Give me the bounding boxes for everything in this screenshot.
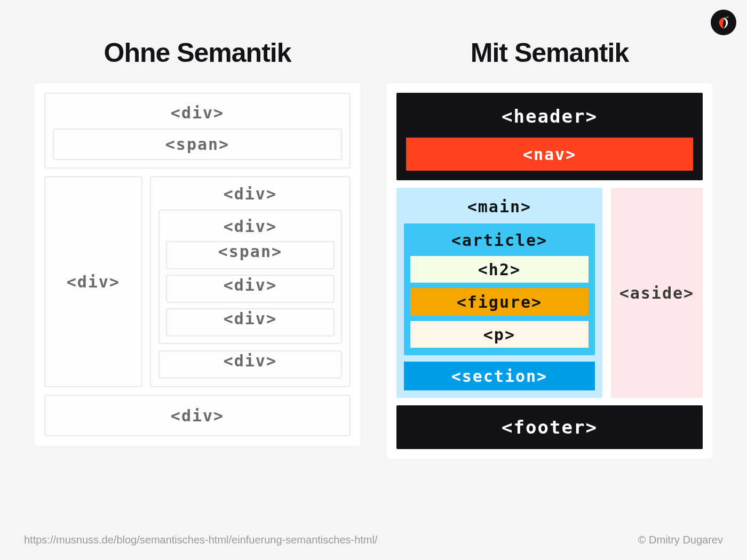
tag-p: <p> (410, 321, 589, 348)
box-p: <p> (410, 321, 589, 348)
column-title-right: Mit Semantik (471, 37, 629, 68)
box-main: <main> <article> <h2> <figure> <p> <sect… (396, 188, 602, 398)
box-article-div: <div> <span> <div> <div> (158, 210, 342, 344)
tag-article: <article> (410, 230, 589, 251)
box-item-div: <div> (166, 308, 335, 337)
box-section-div: <div> (158, 350, 342, 379)
box-footer-div: <div> (44, 395, 351, 436)
tag-div: <div> (167, 309, 333, 328)
brand-logo (711, 10, 736, 35)
box-article: <article> <h2> <figure> <p> (404, 223, 595, 355)
comparison-columns: Ohne Semantik <div> <span> <div> <div> <… (0, 0, 747, 459)
tag-div: <div> (167, 276, 333, 294)
source-url: https://musnuss.de/blog/semantisches-htm… (24, 534, 378, 546)
tag-div: <div> (53, 103, 342, 122)
tag-header: <header> (406, 102, 693, 130)
box-header-div: <div> <span> (44, 93, 351, 169)
box-figure: <figure> (410, 288, 589, 316)
tag-span: <span> (167, 242, 333, 261)
column-title-left: Ohne Semantik (104, 37, 291, 68)
box-sidebar-div: <div> (44, 176, 142, 387)
panel-semantic: <header> <nav> <main> <article> <h2> <fi… (387, 83, 712, 459)
row-middle-left: <div> <div> <div> <span> <div> <div> <di… (44, 176, 351, 387)
tag-main: <main> (404, 195, 595, 217)
box-nav: <nav> (406, 138, 693, 171)
tag-div: <div> (45, 396, 349, 435)
row-middle-right: <main> <article> <h2> <figure> <p> <sect… (396, 188, 703, 398)
panel-non-semantic: <div> <span> <div> <div> <div> <span> <d… (35, 83, 360, 446)
tag-section: <section> (404, 362, 595, 390)
box-header-span: <span> (53, 129, 342, 160)
column-non-semantic: Ohne Semantik <div> <span> <div> <div> <… (35, 37, 360, 459)
author-credit: © Dmitry Dugarev (638, 534, 723, 546)
box-main-div: <div> <div> <span> <div> <div> <div> (150, 176, 351, 387)
box-h2: <h2> (410, 256, 589, 283)
footer-meta: https://musnuss.de/blog/semantisches-htm… (24, 534, 723, 546)
box-section: <section> (404, 362, 595, 390)
tag-footer: <footer> (396, 405, 703, 449)
box-header: <header> <nav> (396, 93, 703, 180)
tag-div: <div> (166, 217, 335, 236)
box-item-div: <div> (166, 275, 335, 303)
tag-span: <span> (54, 135, 341, 154)
box-aside: <aside> (611, 188, 703, 398)
tag-h2: <h2> (410, 256, 589, 283)
tag-figure: <figure> (410, 288, 589, 316)
box-item-span: <span> (166, 241, 335, 269)
nut-icon (716, 15, 731, 30)
tag-div: <div> (67, 273, 120, 291)
tag-div: <div> (158, 185, 342, 203)
tag-aside: <aside> (619, 284, 694, 302)
column-semantic: Mit Semantik <header> <nav> <main> <arti… (387, 37, 712, 459)
box-footer: <footer> (396, 405, 703, 449)
tag-nav: <nav> (406, 138, 693, 171)
tag-div: <div> (160, 351, 341, 370)
